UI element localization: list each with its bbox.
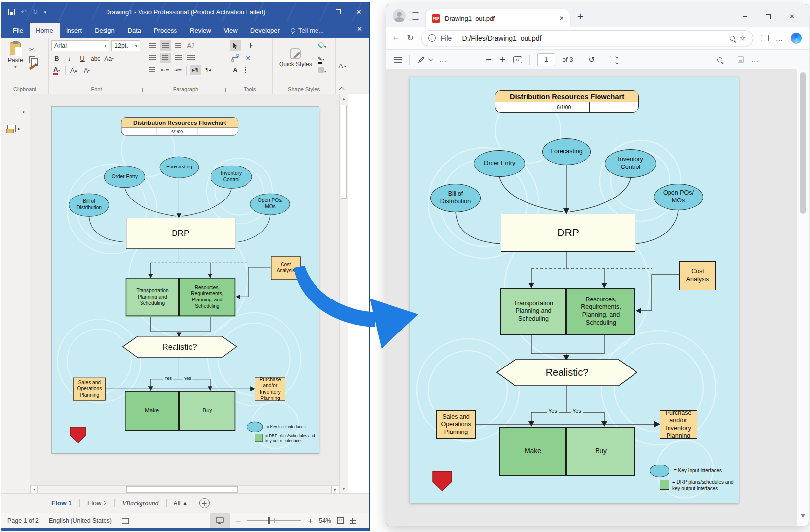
align-right-icon[interactable] xyxy=(173,53,183,63)
favorites-star-icon[interactable]: ☆ xyxy=(740,34,746,43)
font-name-select[interactable]: Arial▾ xyxy=(51,40,109,51)
pdf-search-icon[interactable] xyxy=(717,57,722,62)
paragraph-dialog-launcher-icon[interactable] xyxy=(221,88,226,92)
line-spacing-2-icon[interactable] xyxy=(160,40,171,51)
shape-buy[interactable]: Buy xyxy=(179,391,235,431)
bold-button[interactable]: B xyxy=(51,53,62,64)
pdf-overflow-icon[interactable]: … xyxy=(751,56,759,64)
page-view-icon[interactable] xyxy=(610,56,616,63)
bullets-icon[interactable] xyxy=(147,65,158,75)
text-rotate-icon[interactable]: A⤴ xyxy=(185,40,196,51)
page-tab-flow2[interactable]: Flow 2 xyxy=(80,499,114,507)
justify-icon[interactable] xyxy=(185,53,196,63)
shape-purchase-inventory[interactable]: Purchase and/or Inventory Planning xyxy=(255,377,285,400)
browser-minimize-button[interactable]: ─ xyxy=(743,13,747,20)
horizontal-scrollbar[interactable]: ◂ ▸ xyxy=(30,485,339,493)
zoom-level[interactable]: 54% xyxy=(319,517,331,524)
ribbon-overflow[interactable]: A ▸ xyxy=(339,38,347,94)
increase-indent-icon[interactable]: ⇥≡ xyxy=(173,65,183,75)
line-spacing-1-icon[interactable] xyxy=(147,40,158,51)
tab-developer[interactable]: Developer xyxy=(244,23,286,38)
pdf-zoom-in-button[interactable]: + xyxy=(499,55,505,64)
browser-maximize-button[interactable] xyxy=(766,14,771,19)
shape-make[interactable]: Make xyxy=(125,391,179,431)
page-tab-all[interactable]: All▲ xyxy=(167,499,194,507)
browser-close-button[interactable]: ✕ xyxy=(789,13,795,20)
tab-design[interactable]: Design xyxy=(88,23,121,38)
presentation-mode-button[interactable] xyxy=(210,513,230,528)
line-spacing-3-icon[interactable] xyxy=(173,40,183,51)
pdf-save-icon[interactable] xyxy=(738,56,744,63)
shape-drp[interactable]: DRP xyxy=(126,218,235,249)
split-screen-icon[interactable] xyxy=(761,35,769,41)
profile-avatar[interactable] xyxy=(393,9,406,22)
tab-process[interactable]: Process xyxy=(147,23,183,38)
document-close-icon[interactable]: ✕ xyxy=(357,25,362,33)
pointer-tool-button[interactable] xyxy=(230,40,241,51)
fit-to-width-icon[interactable]: ↔ xyxy=(513,56,522,63)
table-of-contents-icon[interactable] xyxy=(394,57,402,63)
vertical-scroll-thumb[interactable] xyxy=(341,105,347,199)
shape-bill-of-distribution[interactable]: Bill of Distribution xyxy=(69,194,109,217)
fill-color-button[interactable]: ▾ xyxy=(318,41,326,50)
annotate-button[interactable] xyxy=(417,55,432,64)
pdf-more-tools-icon[interactable]: … xyxy=(439,56,447,64)
zoom-in-button[interactable]: + xyxy=(307,517,313,525)
font-dialog-launcher-icon[interactable] xyxy=(139,88,143,92)
tab-close-icon[interactable]: ✕ xyxy=(559,15,564,22)
rectangle-tool-button[interactable]: ▾ xyxy=(243,40,254,51)
refresh-button[interactable]: ↻ xyxy=(407,33,413,43)
copy-button[interactable] xyxy=(29,56,35,63)
undo-icon[interactable]: ↶ xyxy=(21,8,27,16)
language-indicator[interactable]: English (United States) xyxy=(49,517,112,524)
tab-home[interactable]: Home xyxy=(30,23,60,38)
zoom-out-button[interactable]: − xyxy=(236,517,242,525)
cut-button[interactable]: ✂ xyxy=(29,46,35,53)
italic-button[interactable]: I xyxy=(64,53,75,64)
rotate-icon[interactable]: ↺ xyxy=(589,55,595,64)
back-button[interactable]: ← xyxy=(393,33,399,43)
expand-shapes-icon[interactable]: › xyxy=(22,108,25,115)
strikethrough-button[interactable]: abc xyxy=(90,53,101,64)
switch-windows-button[interactable] xyxy=(350,518,356,524)
scroll-down-icon[interactable]: ▾ xyxy=(343,487,345,493)
macro-record-icon[interactable] xyxy=(122,518,129,524)
pdf-scrollbar[interactable]: ▼ xyxy=(797,69,809,526)
horizontal-scroll-thumb[interactable] xyxy=(126,486,238,493)
grow-font-button[interactable]: A▲ xyxy=(69,66,79,76)
tell-me-box[interactable]: Tell me... xyxy=(286,23,329,38)
page-tab-vbackground[interactable]: VBackground xyxy=(115,499,166,507)
zoom-slider[interactable] xyxy=(247,520,301,521)
change-case-button[interactable]: Aa▾ xyxy=(103,53,115,64)
align-left-icon[interactable] xyxy=(147,53,158,63)
customize-qat-icon[interactable]: ▾ xyxy=(44,9,46,15)
tab-file[interactable]: File xyxy=(6,23,30,38)
shape-resources-requirements[interactable]: Resources, Requirements, Planning, and S… xyxy=(179,278,235,316)
text-tool-button[interactable]: A xyxy=(230,65,241,75)
flowchart-title-banner[interactable]: Distribution Resources Flowchart 6/1/00 xyxy=(121,117,238,135)
browser-tab[interactable]: PDF Drawing1_out.pdf ✕ xyxy=(426,9,570,27)
pdf-viewer[interactable]: Distribution Resources Flowchart 6/1/00 … xyxy=(386,69,809,526)
freeform-tool-button[interactable] xyxy=(243,65,253,75)
page-tab-flow1[interactable]: Flow 1 xyxy=(44,499,79,507)
maximize-button[interactable] xyxy=(328,2,349,21)
tab-data[interactable]: Data xyxy=(121,23,147,38)
scroll-right-icon[interactable]: ▸ xyxy=(331,486,339,493)
address-bar[interactable]: i File D:/Files/Drawing1_out.pdf ☆ xyxy=(421,30,753,46)
shape-sales-operations[interactable]: Sales and Operations Planning xyxy=(73,377,106,400)
save-icon[interactable] xyxy=(8,9,15,15)
ltr-paragraph-icon[interactable]: ▸¶ xyxy=(190,65,201,75)
line-color-button[interactable]: ✎▾ xyxy=(318,54,326,63)
minimize-button[interactable]: ─ xyxy=(307,2,328,21)
shape-transportation-planning[interactable]: Transportation Planning and Scheduling xyxy=(126,278,179,316)
browser-menu-icon[interactable]: … xyxy=(776,34,783,42)
quick-styles-button[interactable]: Quick Styles xyxy=(275,46,316,69)
connection-point-tool-button[interactable]: ✕ xyxy=(243,53,253,63)
paste-button[interactable]: Paste ▾ xyxy=(4,40,27,71)
tab-review[interactable]: Review xyxy=(183,23,217,38)
insert-page-button[interactable]: + xyxy=(199,498,210,508)
decrease-indent-icon[interactable]: ⇤≡ xyxy=(160,65,171,75)
zoom-slider-thumb[interactable] xyxy=(268,517,270,524)
pdf-zoom-out-button[interactable]: − xyxy=(485,55,492,64)
shape-open-pos-mos[interactable]: Open POs/ MOs xyxy=(250,194,290,215)
